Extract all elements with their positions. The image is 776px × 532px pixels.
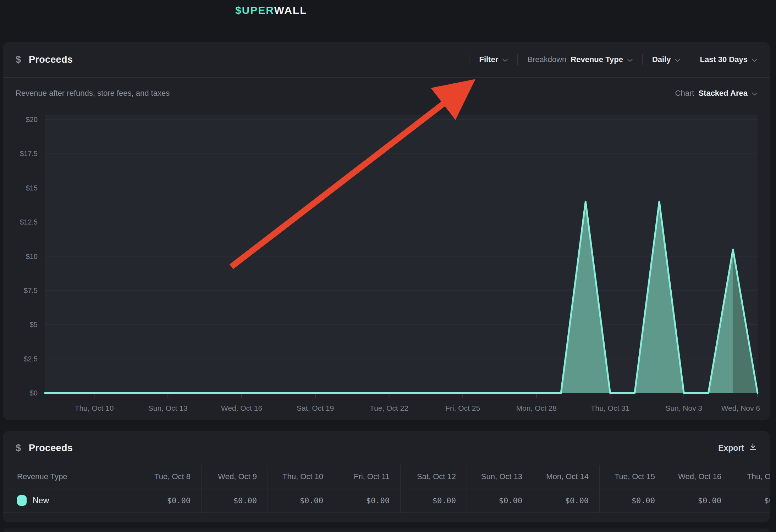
chevron-down-icon bbox=[752, 55, 757, 64]
row-header-cell: New bbox=[3, 488, 135, 512]
value-cell: $0.00 bbox=[666, 488, 732, 512]
chart-type-label: Chart bbox=[675, 89, 694, 98]
column-header-revenue-type: Revenue Type bbox=[3, 465, 135, 488]
logo-suffix: WALL bbox=[274, 4, 307, 16]
page-title: Proceeds bbox=[29, 54, 73, 65]
value-cell: $0.00 bbox=[268, 488, 334, 512]
granularity-value: Daily bbox=[652, 55, 671, 64]
value-cell: $0.00 bbox=[467, 488, 533, 512]
value-cell: $0.00 bbox=[400, 488, 467, 512]
chart-type-dropdown[interactable]: Chart Stacked Area bbox=[675, 89, 757, 98]
proceeds-table-panel: $ Proceeds Export Revenue TypeTue, Oct 8… bbox=[3, 431, 770, 522]
value-cell: $0.00 bbox=[135, 488, 201, 512]
column-header-date: Fri, Oct 11 bbox=[334, 465, 400, 488]
chevron-down-icon bbox=[675, 55, 680, 64]
series-label: New bbox=[33, 496, 49, 505]
filter-dropdown[interactable]: Filter bbox=[479, 55, 508, 64]
chart-panel-header: $ Proceeds Filter Breakdown Revenue Type… bbox=[3, 42, 770, 78]
filter-label: Filter bbox=[479, 55, 498, 64]
divider bbox=[690, 54, 690, 65]
breakdown-label: Breakdown bbox=[527, 55, 566, 64]
table-title: Proceeds bbox=[29, 443, 73, 454]
value-cell: $0.00 bbox=[732, 488, 770, 512]
logo-prefix: $UPER bbox=[235, 4, 274, 16]
table-panel-header: $ Proceeds Export bbox=[3, 431, 770, 465]
dollar-icon: $ bbox=[16, 54, 21, 65]
superwall-logo[interactable]: $UPERWALL bbox=[235, 4, 307, 16]
divider bbox=[642, 54, 643, 65]
granularity-dropdown[interactable]: Daily bbox=[652, 55, 681, 64]
download-icon bbox=[749, 443, 757, 453]
breakdown-value: Revenue Type bbox=[571, 55, 623, 64]
app-window: $UPERWALL $ Proceeds Filter Breakdown Re… bbox=[0, 0, 776, 532]
series-color-swatch bbox=[17, 495, 27, 506]
export-label: Export bbox=[718, 443, 744, 453]
column-header-date: Sun, Oct 13 bbox=[467, 465, 533, 488]
value-cell: $0.00 bbox=[334, 488, 400, 512]
divider bbox=[469, 54, 469, 65]
divider bbox=[517, 54, 518, 65]
dollar-icon: $ bbox=[16, 443, 21, 454]
chart-type-value: Stacked Area bbox=[698, 89, 748, 98]
chart-subtitle-row: Revenue after refunds, store fees, and t… bbox=[16, 89, 757, 98]
chart-subtitle: Revenue after refunds, store fees, and t… bbox=[16, 89, 170, 98]
column-header-date: Tue, Oct 8 bbox=[135, 465, 201, 488]
column-header-date: Thu, Oct 17 bbox=[732, 465, 770, 488]
chevron-down-icon bbox=[627, 55, 633, 64]
column-header-date: Tue, Oct 15 bbox=[599, 465, 666, 488]
date-range-dropdown[interactable]: Last 30 Days bbox=[700, 55, 757, 64]
proceeds-chart-panel: $ Proceeds Filter Breakdown Revenue Type… bbox=[3, 42, 770, 420]
chevron-down-icon bbox=[752, 89, 757, 98]
value-cell: $0.00 bbox=[533, 488, 599, 512]
export-button[interactable]: Export bbox=[718, 443, 757, 453]
chart-controls: Filter Breakdown Revenue Type Daily Last… bbox=[469, 54, 757, 65]
value-cell: $0.00 bbox=[201, 488, 268, 512]
next-panel-edge bbox=[3, 528, 770, 532]
breakdown-dropdown[interactable]: Breakdown Revenue Type bbox=[527, 55, 633, 64]
value-cell: $0.00 bbox=[599, 488, 666, 512]
column-header-date: Wed, Oct 9 bbox=[201, 465, 268, 488]
column-header-date: Thu, Oct 10 bbox=[268, 465, 334, 488]
chevron-down-icon bbox=[502, 55, 508, 64]
table-row: New$0.00$0.00$0.00$0.00$0.00$0.00$0.00$0… bbox=[3, 488, 770, 513]
column-header-date: Mon, Oct 14 bbox=[533, 465, 599, 488]
table-header-row: Revenue TypeTue, Oct 8Wed, Oct 9Thu, Oct… bbox=[3, 465, 770, 488]
column-header-date: Wed, Oct 16 bbox=[666, 465, 732, 488]
proceeds-table: Revenue TypeTue, Oct 8Wed, Oct 9Thu, Oct… bbox=[3, 465, 770, 513]
column-header-date: Sat, Oct 12 bbox=[400, 465, 467, 488]
date-range-value: Last 30 Days bbox=[700, 55, 748, 64]
